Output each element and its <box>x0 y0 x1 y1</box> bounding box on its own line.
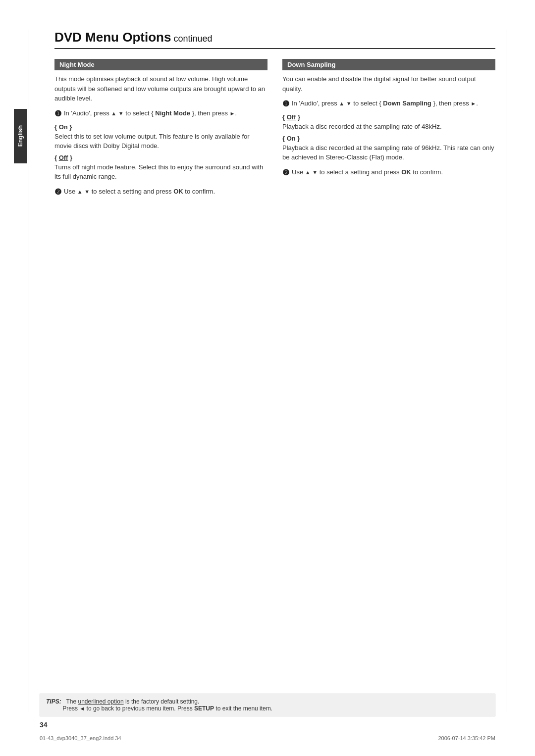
tips-label: TIPS: <box>46 698 61 705</box>
down-sampling-bold: Down Sampling <box>383 100 431 107</box>
arrow-down-icon2 <box>84 188 90 195</box>
off-bold-r: Off <box>287 113 296 121</box>
left-border-line <box>29 30 29 713</box>
page-title-main: DVD Menu Options <box>54 30 171 45</box>
night-mode-bold: Night Mode <box>155 109 190 117</box>
off-option-r: { Off } Playback a disc recorded at the … <box>282 113 495 132</box>
down-sampling-step2: ❷ Use to select a setting and press OK t… <box>282 167 495 178</box>
off-description: Turns off night mode feature. Select thi… <box>54 162 268 182</box>
left-column: Night Mode This mode optimises playback … <box>54 59 268 202</box>
on-bold: On <box>59 123 68 131</box>
arrow-up-icon2-r <box>305 168 311 176</box>
off-option: { Off } Turns off night mode feature. Se… <box>54 154 268 182</box>
step2-content: Use to select a setting and press OK to … <box>64 187 215 197</box>
page-container: English DVD Menu Options continued Night… <box>0 0 535 756</box>
arrow-right-icon <box>230 109 235 117</box>
off-bold: Off <box>59 154 68 161</box>
on-bold-r: On <box>287 135 296 142</box>
arrow-right-icon-r <box>471 100 476 107</box>
on-description-r: Playback a disc recorded at the sampling… <box>282 143 495 162</box>
page-title-continued: continued <box>171 34 212 44</box>
down-sampling-header: Down Sampling <box>282 59 495 70</box>
step2-number-r: ❷ <box>282 167 289 178</box>
off-underline-r: Off <box>287 113 296 121</box>
night-mode-step2: ❷ Use to select a setting and press OK t… <box>54 187 268 198</box>
page-title-area: DVD Menu Options continued <box>54 30 495 49</box>
tips-content: The underlined option is the factory def… <box>46 698 272 712</box>
sidebar-label: English <box>17 125 24 147</box>
tips-underline: underlined option <box>78 698 123 705</box>
ok-bold-r: OK <box>401 168 411 176</box>
arrow-up-icon2 <box>77 188 83 195</box>
off-description-r: Playback a disc recorded at the sampling… <box>282 122 495 132</box>
tips-area: TIPS: The underlined option is the facto… <box>40 694 495 716</box>
arrow-down-icon <box>118 109 124 117</box>
footer-left: 01-43_dvp3040_37_eng2.indd 34 <box>40 735 121 741</box>
page-number: 34 <box>40 721 48 729</box>
right-border-line <box>506 30 506 713</box>
page-title: DVD Menu Options continued <box>54 30 213 45</box>
step1-number-r: ❶ <box>282 99 289 109</box>
tips-setup-bold: SETUP <box>194 705 214 712</box>
tips-arrow-left <box>79 705 85 712</box>
arrow-down-icon-r <box>346 100 352 107</box>
night-mode-description: This mode optimises playback of sound at… <box>54 74 268 103</box>
footer-info: 01-43_dvp3040_37_eng2.indd 34 2006-07-14… <box>40 735 495 741</box>
on-description: Select this to set low volume output. Th… <box>54 132 268 151</box>
on-label: { On } <box>54 123 268 131</box>
step1-number: ❶ <box>54 108 61 119</box>
arrow-up-icon-r <box>339 100 344 107</box>
night-mode-step1: ❶ In 'Audio', press to select { Night Mo… <box>54 108 268 119</box>
step2-content-r: Use to select a setting and press OK to … <box>292 167 443 177</box>
on-option: { On } Select this to set low volume out… <box>54 123 268 151</box>
off-label: { Off } <box>54 154 268 161</box>
sidebar-tab: English <box>14 109 27 163</box>
footer-right: 2006-07-14 3:35:42 PM <box>438 735 495 741</box>
down-sampling-description: You can enable and disable the digital s… <box>282 74 495 94</box>
step1-content: In 'Audio', press to select { Night Mode… <box>64 108 237 118</box>
on-label-r: { On } <box>282 135 495 142</box>
ok-bold: OK <box>173 188 183 195</box>
columns: Night Mode This mode optimises playback … <box>54 59 495 202</box>
arrow-down-icon2-r <box>312 168 318 176</box>
right-column: Down Sampling You can enable and disable… <box>282 59 495 202</box>
off-label-r: { Off } <box>282 113 495 121</box>
on-option-r: { On } Playback a disc recorded at the s… <box>282 135 495 162</box>
down-sampling-step1: ❶ In 'Audio', press to select { Down Sam… <box>282 99 495 109</box>
night-mode-header: Night Mode <box>54 59 268 70</box>
step1-content-r: In 'Audio', press to select { Down Sampl… <box>292 99 478 108</box>
off-underline: Off <box>59 154 68 161</box>
arrow-up-icon <box>111 109 116 117</box>
step2-number: ❷ <box>54 187 61 198</box>
